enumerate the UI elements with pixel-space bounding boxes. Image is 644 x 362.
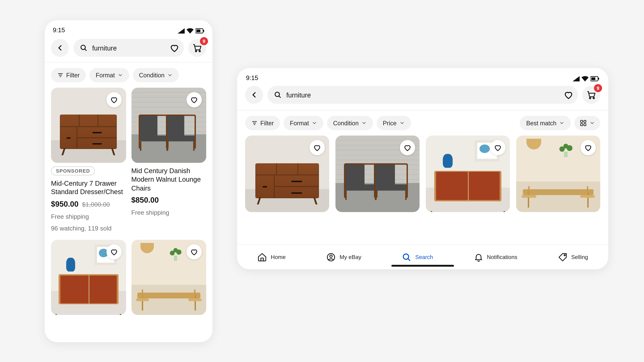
grid-icon — [580, 120, 587, 127]
chevron-down-icon — [167, 72, 172, 78]
status-time: 9:15 — [53, 26, 65, 34]
back-button[interactable] — [245, 86, 263, 104]
nav-label: Home — [271, 254, 286, 260]
favorite-button[interactable] — [186, 244, 202, 260]
search-bar[interactable]: furniture — [268, 86, 578, 104]
product-tile[interactable]: Mid Century Danish Modern Walnut Lounge … — [131, 88, 206, 233]
results-row — [237, 136, 608, 212]
filter-chips: Filter Format Condition — [45, 62, 212, 88]
chevron-down-icon — [399, 120, 405, 126]
nav-search[interactable]: Search — [402, 252, 433, 262]
search-icon — [80, 44, 88, 52]
condition-chip[interactable]: Condition — [327, 116, 373, 130]
nav-selling[interactable]: Selling — [558, 252, 588, 262]
product-tile[interactable]: SPONSORED Mid-Century 7 Drawer Standard … — [51, 88, 126, 233]
chevron-left-icon — [250, 90, 258, 99]
wifi-icon — [186, 28, 194, 34]
svg-point-5 — [196, 50, 197, 52]
product-tile[interactable] — [426, 136, 510, 212]
chevron-left-icon — [56, 44, 64, 52]
product-original-price: $1,000.00 — [82, 201, 110, 208]
svg-point-25 — [330, 255, 332, 257]
favorite-button[interactable] — [400, 140, 415, 155]
wifi-icon — [582, 76, 589, 81]
chevron-down-icon — [559, 120, 564, 126]
product-tile[interactable] — [516, 136, 600, 212]
svg-rect-1 — [196, 30, 200, 32]
product-image — [131, 88, 206, 163]
chip-label: Condition — [139, 72, 164, 78]
filter-chip[interactable]: Filter — [51, 68, 86, 82]
svg-rect-20 — [580, 120, 582, 122]
home-icon — [257, 252, 267, 262]
sponsored-badge: SPONSORED — [51, 166, 95, 175]
product-image — [51, 240, 126, 315]
back-button[interactable] — [51, 39, 69, 57]
cart-button[interactable]: 9 — [188, 39, 206, 57]
favorite-button[interactable] — [490, 140, 506, 155]
chevron-down-icon — [590, 120, 595, 126]
product-title: Mid Century Danish Modern Walnut Lounge … — [131, 166, 206, 192]
phone-mock: 9:15 furniture 9 Filter Format — [45, 20, 212, 342]
product-title: Mid-Century 7 Drawer Standard Dresser/Ch… — [51, 179, 126, 196]
cellular-icon — [178, 28, 185, 34]
svg-rect-23 — [584, 124, 586, 126]
filter-chip[interactable]: Filter — [245, 116, 280, 130]
nav-label: Selling — [571, 254, 588, 260]
format-chip[interactable]: Format — [284, 116, 323, 130]
status-icons — [178, 28, 204, 34]
condition-chip[interactable]: Condition — [133, 68, 179, 82]
status-time: 9:15 — [246, 74, 258, 82]
heart-icon[interactable] — [170, 43, 180, 53]
battery-icon — [196, 28, 204, 34]
chip-label: Price — [383, 120, 396, 126]
chip-label: Best match — [526, 120, 556, 126]
status-bar: 9:15 — [45, 20, 212, 34]
svg-point-28 — [564, 254, 566, 256]
cart-button[interactable]: 9 — [582, 86, 600, 104]
svg-line-27 — [408, 258, 410, 260]
sort-chip[interactable]: Best match — [520, 116, 571, 130]
cart-badge: 9 — [200, 37, 208, 45]
cart-icon — [586, 90, 596, 100]
chip-label: Filter — [260, 120, 274, 126]
app-bar: furniture 9 — [237, 81, 608, 110]
favorite-button[interactable] — [106, 92, 122, 107]
format-chip[interactable]: Format — [90, 68, 129, 82]
nav-notifications[interactable]: Notifications — [474, 252, 518, 262]
product-tile[interactable] — [51, 240, 126, 315]
product-tile[interactable] — [245, 136, 329, 212]
view-toggle[interactable] — [574, 116, 600, 130]
search-query: furniture — [286, 91, 559, 99]
search-icon — [274, 91, 282, 99]
price-chip[interactable]: Price — [376, 116, 411, 130]
heart-icon — [404, 144, 412, 152]
favorite-button[interactable] — [580, 140, 596, 155]
heart-icon — [190, 248, 198, 256]
battery-icon — [590, 76, 599, 81]
filter-bar: Filter Format Condition Price Best match — [237, 110, 608, 136]
product-image — [51, 88, 126, 163]
app-bar: furniture 9 — [45, 34, 212, 62]
svg-rect-11 — [591, 77, 595, 80]
nav-myebay[interactable]: My eBay — [326, 252, 362, 262]
product-price: $950.00 — [51, 200, 78, 209]
product-tile[interactable] — [336, 136, 420, 212]
chevron-down-icon — [312, 120, 317, 126]
svg-rect-12 — [598, 78, 599, 80]
gesture-bar — [392, 265, 454, 267]
heart-icon[interactable] — [564, 90, 574, 100]
search-bar[interactable]: furniture — [73, 39, 184, 57]
nav-home[interactable]: Home — [257, 252, 286, 262]
status-icons — [572, 76, 600, 81]
product-tile[interactable] — [131, 240, 206, 315]
favorite-button[interactable] — [310, 140, 325, 155]
heart-icon — [110, 96, 118, 104]
bottom-nav: Home My eBay Search Notifications Sellin… — [237, 244, 608, 269]
heart-icon — [584, 144, 592, 152]
chip-label: Filter — [66, 72, 80, 78]
status-bar: 9:15 — [237, 68, 608, 81]
tag-icon — [558, 252, 568, 262]
favorite-button[interactable] — [186, 92, 202, 107]
shipping-info: Free shipping — [131, 208, 206, 217]
